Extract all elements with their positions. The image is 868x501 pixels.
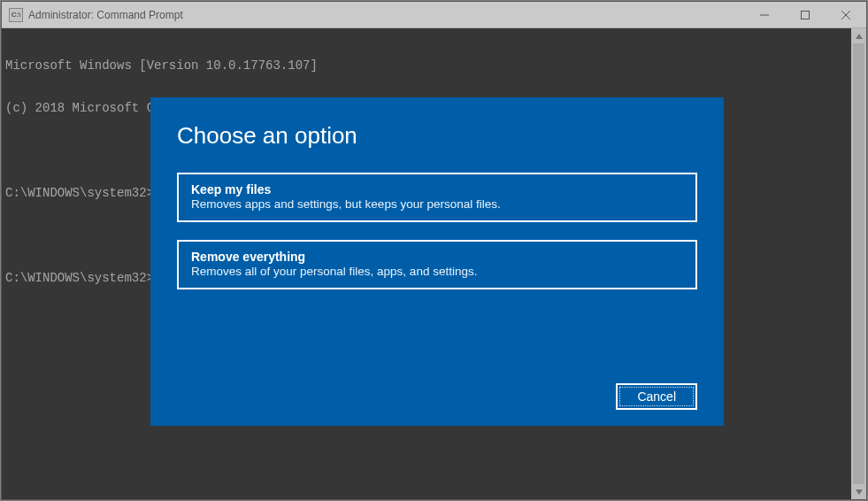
- dialog-title: Choose an option: [177, 122, 697, 150]
- close-button[interactable]: [826, 2, 866, 27]
- maximize-icon: [801, 11, 810, 19]
- cmd-icon: C:\: [9, 8, 23, 22]
- window-title: Administrator: Command Prompt: [28, 9, 183, 21]
- cmd-window: C:\ Administrator: Command Prompt Micros…: [1, 1, 867, 500]
- console-line: Microsoft Windows [Version 10.0.17763.10…: [5, 58, 863, 73]
- titlebar: C:\ Administrator: Command Prompt: [2, 2, 866, 28]
- maximize-button[interactable]: [785, 2, 826, 27]
- chevron-down-icon: [856, 489, 863, 495]
- dialog-footer: Cancel: [177, 383, 697, 410]
- scroll-down-arrow[interactable]: [851, 484, 866, 499]
- minimize-button[interactable]: [744, 2, 785, 27]
- option-description: Removes all of your personal files, apps…: [191, 265, 683, 278]
- scroll-thumb[interactable]: [853, 43, 864, 484]
- minimize-icon: [760, 11, 769, 19]
- cancel-button[interactable]: Cancel: [616, 383, 697, 410]
- scroll-track[interactable]: [851, 43, 866, 484]
- system-reset-dialog: Choose an option Keep my files Removes a…: [150, 97, 724, 426]
- window-controls: [744, 2, 866, 27]
- prompt-prefix: C:\WINDOWS\system32>: [5, 186, 154, 200]
- scroll-up-arrow[interactable]: [851, 28, 866, 43]
- option-keep-my-files[interactable]: Keep my files Removes apps and settings,…: [177, 173, 697, 222]
- option-title: Remove everything: [191, 250, 683, 264]
- svg-marker-5: [856, 489, 863, 495]
- option-title: Keep my files: [191, 182, 683, 197]
- close-icon: [841, 11, 850, 19]
- vertical-scrollbar[interactable]: [851, 28, 866, 499]
- option-description: Removes apps and settings, but keeps you…: [191, 197, 683, 211]
- svg-marker-4: [856, 34, 863, 39]
- chevron-up-icon: [856, 34, 863, 39]
- option-remove-everything[interactable]: Remove everything Removes all of your pe…: [177, 240, 697, 289]
- svg-rect-1: [802, 11, 810, 19]
